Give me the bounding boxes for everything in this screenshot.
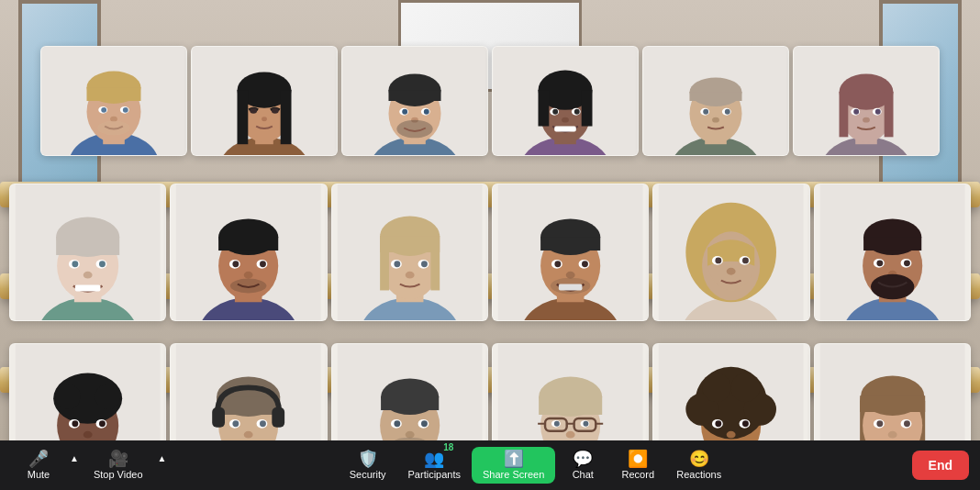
svg-rect-63: [840, 92, 849, 137]
svg-point-203: [702, 373, 731, 403]
svg-point-91: [260, 261, 266, 267]
svg-point-223: [887, 431, 896, 439]
participant-p7: [9, 184, 166, 321]
svg-point-115: [554, 261, 561, 267]
svg-point-207: [716, 420, 722, 427]
record-label: Record: [622, 470, 654, 480]
participant-p4: [492, 46, 639, 156]
chat-label: Chat: [573, 470, 594, 480]
svg-point-139: [904, 260, 910, 266]
stop-video-button[interactable]: 🎥 Stop Video: [83, 447, 154, 484]
svg-point-55: [703, 109, 708, 115]
participant-p6: [793, 46, 940, 156]
svg-point-153: [84, 431, 93, 439]
svg-point-128: [742, 257, 749, 263]
svg-point-104: [394, 261, 400, 267]
reactions-button[interactable]: 😊 Reactions: [665, 447, 732, 484]
svg-point-26: [388, 74, 440, 106]
security-button[interactable]: 🛡️ Security: [339, 447, 397, 484]
record-button[interactable]: ⏺️ Record: [610, 447, 665, 484]
svg-point-69: [863, 117, 870, 123]
svg-rect-112: [540, 237, 600, 251]
svg-point-222: [904, 420, 910, 427]
svg-point-30: [402, 109, 407, 115]
svg-point-8: [101, 107, 106, 113]
svg-point-151: [72, 420, 78, 427]
svg-point-167: [244, 431, 253, 439]
svg-rect-135: [863, 237, 921, 251]
participant-p3: [341, 46, 488, 156]
svg-point-176: [394, 420, 400, 427]
participant-p2: [191, 46, 338, 156]
svg-point-106: [405, 272, 414, 279]
participant-p12: [814, 184, 971, 321]
svg-point-56: [725, 109, 730, 115]
participant-row-1: [9, 46, 971, 156]
reactions-label: Reactions: [676, 470, 721, 480]
participant-p17: [652, 343, 809, 440]
participant-p8: [170, 184, 327, 321]
svg-point-57: [712, 117, 719, 123]
svg-point-129: [727, 268, 736, 275]
share-screen-icon: ⬆️: [504, 451, 524, 467]
end-button[interactable]: End: [912, 451, 969, 480]
mute-button[interactable]: 🎤 Mute: [11, 447, 66, 484]
svg-rect-218: [860, 395, 925, 412]
svg-point-221: [876, 420, 883, 427]
participant-p14: [170, 343, 327, 440]
svg-point-209: [727, 431, 736, 439]
svg-point-148: [95, 384, 121, 409]
participants-button[interactable]: 👥 18 Participants: [397, 447, 472, 484]
svg-point-152: [99, 420, 106, 427]
shield-icon: 🛡️: [358, 451, 378, 467]
svg-point-68: [875, 109, 881, 115]
svg-point-177: [421, 420, 428, 427]
chat-button[interactable]: 💬 Chat: [555, 447, 610, 484]
svg-point-166: [260, 420, 266, 427]
svg-point-116: [582, 261, 588, 267]
svg-rect-17: [238, 90, 249, 144]
svg-point-93: [230, 279, 266, 294]
participant-row-3: [9, 343, 971, 440]
participant-p15: [331, 343, 488, 440]
participants-icon: 👥 18: [424, 451, 444, 467]
svg-point-117: [566, 272, 575, 279]
svg-point-20: [272, 108, 279, 114]
svg-rect-27: [388, 90, 440, 101]
svg-point-119: [551, 278, 590, 295]
svg-rect-87: [218, 237, 278, 251]
svg-point-90: [233, 261, 239, 267]
svg-point-44: [574, 109, 580, 115]
participant-p16: [492, 343, 649, 440]
svg-point-45: [562, 117, 569, 123]
svg-point-92: [244, 272, 253, 279]
svg-rect-173: [381, 396, 439, 410]
participant-p18: [814, 343, 971, 440]
svg-point-78: [72, 261, 78, 267]
svg-point-147: [55, 384, 81, 409]
svg-point-21: [262, 117, 267, 121]
participants-grid: [0, 0, 980, 440]
svg-rect-5: [87, 87, 141, 101]
participant-count-badge: 18: [443, 443, 453, 452]
svg-rect-52: [689, 92, 741, 101]
svg-point-9: [123, 107, 128, 113]
mute-label: Mute: [28, 470, 50, 480]
participant-p11: [652, 184, 809, 321]
svg-rect-160: [217, 396, 280, 415]
share-screen-button[interactable]: ⬆️ Share Screen: [472, 447, 555, 484]
svg-point-31: [424, 109, 429, 115]
svg-point-204: [731, 373, 761, 403]
svg-rect-64: [885, 92, 894, 137]
svg-point-127: [716, 257, 722, 263]
share-screen-label: Share Screen: [483, 470, 544, 480]
svg-point-193: [554, 421, 560, 427]
svg-rect-162: [273, 407, 285, 428]
svg-rect-161: [213, 407, 226, 428]
svg-rect-185: [539, 396, 602, 415]
video-caret[interactable]: ▲: [154, 450, 171, 467]
participant-p13: [9, 343, 166, 440]
svg-point-11: [97, 121, 129, 136]
video-icon: 🎥: [108, 451, 128, 467]
mute-caret[interactable]: ▲: [66, 450, 83, 467]
